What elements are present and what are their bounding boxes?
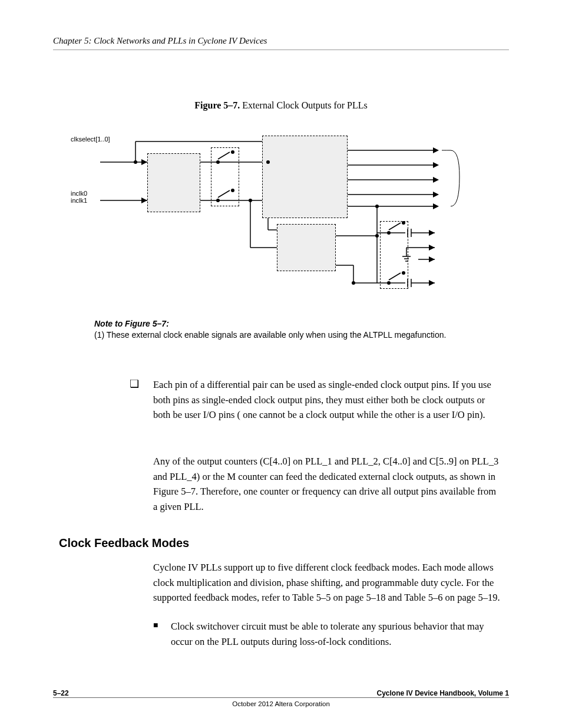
node-dot xyxy=(375,205,379,208)
counter-block xyxy=(277,224,336,271)
node-dot xyxy=(387,281,391,285)
section-title: Clock Feedback Modes xyxy=(59,536,189,550)
page-number: 5–22 xyxy=(53,689,69,697)
svg-marker-7 xyxy=(433,177,439,183)
node-dot xyxy=(375,234,379,238)
svg-marker-5 xyxy=(433,147,439,153)
svg-marker-36 xyxy=(429,245,435,251)
note-label: Note to Figure 5–7: xyxy=(94,319,169,328)
chapter-label: Chapter 5: Clock Networks and PLLs in Cy… xyxy=(53,36,267,45)
figure-title: Figure 5–7. External Clock Outputs for P… xyxy=(59,100,503,111)
node-dot xyxy=(352,281,355,285)
body-paragraph-2: Any of the output counters (C[4..0] on P… xyxy=(153,454,501,514)
switch-box-1 xyxy=(211,147,239,206)
figure-caption: External Clock Outputs for PLLs xyxy=(242,100,367,110)
note-text: (1) These external clock enable signals … xyxy=(94,330,446,340)
body-paragraph-1: Each pin of a differential pair can be u… xyxy=(153,377,501,423)
label-clkselect: clkselect[1..0] xyxy=(71,136,110,143)
mux-block xyxy=(147,153,200,212)
volume-label: Cyclone IV Device Handbook, Volume 1 xyxy=(376,689,509,697)
node-dot xyxy=(231,150,234,154)
footer-date: October 2012 Altera Corporation xyxy=(53,700,509,707)
header-rule xyxy=(53,50,509,50)
node-dot xyxy=(402,271,405,275)
svg-marker-11 xyxy=(141,159,147,165)
figure-note: Note to Figure 5–7: (1) These external c… xyxy=(94,318,465,341)
vco-block xyxy=(262,136,348,218)
svg-marker-43 xyxy=(429,256,435,262)
svg-marker-13 xyxy=(141,197,147,203)
node-dot xyxy=(134,160,137,164)
node-dot xyxy=(216,199,220,202)
block-diagram: clkselect[1..0] inclk0 inclk1 xyxy=(59,118,503,304)
node-dot xyxy=(387,231,391,235)
svg-marker-9 xyxy=(433,203,439,209)
node-dot xyxy=(402,221,405,225)
svg-marker-8 xyxy=(433,192,439,197)
svg-marker-6 xyxy=(433,162,439,168)
node-dot xyxy=(231,189,234,192)
section-body: Cyclone IV PLLs support up to five diffe… xyxy=(153,560,501,605)
node-dot xyxy=(266,160,270,164)
figure-number: Figure 5–7. xyxy=(194,100,240,110)
bullet-marker: ■ xyxy=(153,621,158,630)
node-dot xyxy=(216,160,220,164)
page-footer: 5–22 Cyclone IV Device Handbook, Volume … xyxy=(53,689,509,707)
node-dot xyxy=(249,199,252,202)
bullet-text: Clock switchover circuit must be able to… xyxy=(171,619,501,649)
note-icon: ❏ xyxy=(130,377,139,390)
page-header: Chapter 5: Clock Networks and PLLs in Cy… xyxy=(53,35,509,55)
label-inclk: inclk0 inclk1 xyxy=(71,190,87,204)
switch-box-2 xyxy=(380,221,408,289)
